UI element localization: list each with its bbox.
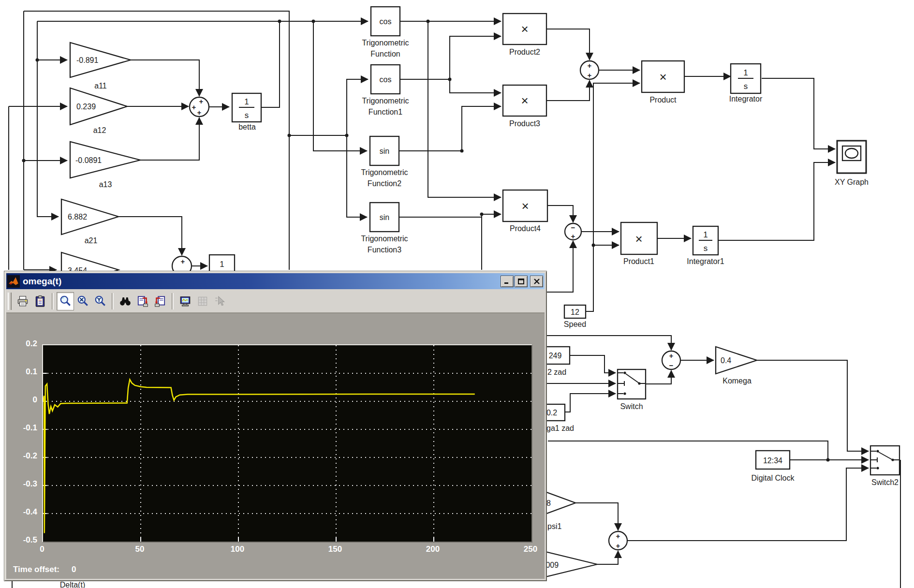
maximize-icon [518,279,525,284]
toolbar-separator [172,293,174,309]
svg-text:+: + [616,532,620,540]
restore-axes-icon [154,295,166,308]
minimize-icon [504,279,511,284]
svg-text:Switch2: Switch2 [871,478,899,486]
svg-text:Digital Clock: Digital Clock [752,474,795,482]
toolbar-separator [112,293,114,309]
sum-3[interactable]: − + [565,223,581,240]
svg-text:1: 1 [244,97,249,106]
save-axes-icon [136,295,149,308]
gain-a21[interactable]: 6.882 a21 [61,199,118,245]
trig-function2[interactable]: sin Trigonometric Function2 [361,136,408,188]
x-tick: 250 [519,544,542,554]
svg-text:Switch: Switch [620,402,643,411]
autoscale-button[interactable] [117,292,134,310]
product2-block[interactable]: × Product2 [503,14,546,56]
speed-constant[interactable]: 12 Speed [564,305,586,328]
product-block[interactable]: × Product [642,61,684,104]
switch2-block[interactable]: Switch2 [870,446,899,486]
matlab-icon [7,275,20,288]
trig-function1[interactable]: cos Trigonometric Function1 [362,65,409,116]
svg-text:12: 12 [571,308,579,316]
delta-label: Delta(t) [60,581,85,588]
sum-betta[interactable]: + + + [190,97,209,117]
svg-text:×: × [521,199,529,213]
zoom-y-icon [94,295,106,308]
floating-scope-button[interactable] [177,292,194,310]
gain-a13[interactable]: -0.0891 a13 [70,142,140,189]
minimize-button[interactable] [501,276,514,287]
svg-text:2 zad: 2 zad [547,368,566,376]
x-tick: 0 [30,544,54,554]
svg-text:0.2: 0.2 [546,409,557,417]
svg-text:Trigonometric: Trigonometric [362,39,409,47]
scope-titlebar[interactable]: omega(t) [6,273,545,289]
svg-text:0.4: 0.4 [721,356,731,365]
zoom-y-button[interactable] [91,292,109,310]
svg-text:XY Graph: XY Graph [835,178,869,186]
svg-text:s: s [744,82,748,91]
close-button[interactable] [530,276,543,287]
switch-block[interactable]: Switch [618,369,646,411]
floating-scope-icon [179,295,192,308]
svg-text:+: + [588,71,592,79]
svg-text:Integrator1: Integrator1 [687,257,724,265]
svg-text:1: 1 [220,260,224,269]
y-tick: 0 [6,395,37,405]
simulink-canvas: -0.891 a11 0.239 a12 -0.0891 a13 6.882 a… [0,0,914,588]
sum-4[interactable]: + − [662,351,680,369]
svg-text:Function1: Function1 [369,108,402,116]
parameters-button[interactable] [194,292,211,310]
zoom-x-button[interactable] [74,292,91,310]
copy-button[interactable] [31,292,49,310]
scope-plot-area [42,344,532,543]
svg-text:6.882: 6.882 [68,213,87,221]
toolbar-handle[interactable] [8,293,12,310]
time-offset-value: 0 [72,565,76,574]
svg-text:s: s [245,111,249,120]
trig-function[interactable]: cos Trigonometric Function [362,7,409,58]
product1-block[interactable]: × Product1 [621,222,657,265]
gain-komega[interactable]: 0.4 Komega [716,347,757,385]
svg-text:8: 8 [546,499,551,507]
trig-function3[interactable]: sin Trigonometric Function3 [361,203,408,254]
integrator1[interactable]: 1 s Integrator1 [687,226,724,265]
product4-block[interactable]: × Product4 [503,190,547,233]
zoom-icon [59,295,72,308]
svg-text:249: 249 [549,352,562,360]
integrator-betta[interactable]: 1 s betta [232,93,261,131]
svg-text:+: + [669,352,674,360]
save-axes-button[interactable] [134,292,151,310]
scope-toolbar [6,290,545,313]
svg-text:Trigonometric: Trigonometric [361,235,408,243]
svg-text:+: + [199,97,204,105]
digital-clock-block[interactable]: 12:34 Digital Clock [752,451,795,482]
signal-selection-button[interactable] [211,292,229,310]
product3-block[interactable]: × Product3 [503,85,546,128]
integrator[interactable]: 1 s Integrator [729,64,763,103]
svg-text:cos: cos [380,17,392,26]
x-tick: 100 [226,544,249,554]
xy-graph-block[interactable]: XY Graph [835,141,869,186]
gain-a11[interactable]: -0.891 a11 [70,43,131,90]
sum-5[interactable]: + + [609,531,627,550]
maximize-button[interactable] [515,276,528,287]
x-tick: 150 [324,544,347,554]
parameters-icon [196,295,209,308]
signal-trace [43,380,475,533]
scope-window[interactable]: omega(t) [4,271,547,581]
zoom-button[interactable] [57,292,74,310]
axis-ticks [43,373,434,542]
restore-axes-button[interactable] [151,292,169,310]
svg-text:+: + [197,108,202,117]
autoscale-binoculars-icon [119,295,132,308]
gain-a12[interactable]: 0.239 a12 [70,88,127,134]
y-tick: -0.1 [6,423,37,433]
svg-text:Product2: Product2 [509,48,540,56]
svg-text:×: × [521,22,528,36]
sum-2[interactable]: + + [580,61,599,79]
print-button[interactable] [14,292,31,310]
svg-text:Speed: Speed [564,320,586,328]
svg-text:Product: Product [649,96,677,104]
time-offset-label: Time offset: [13,565,59,574]
